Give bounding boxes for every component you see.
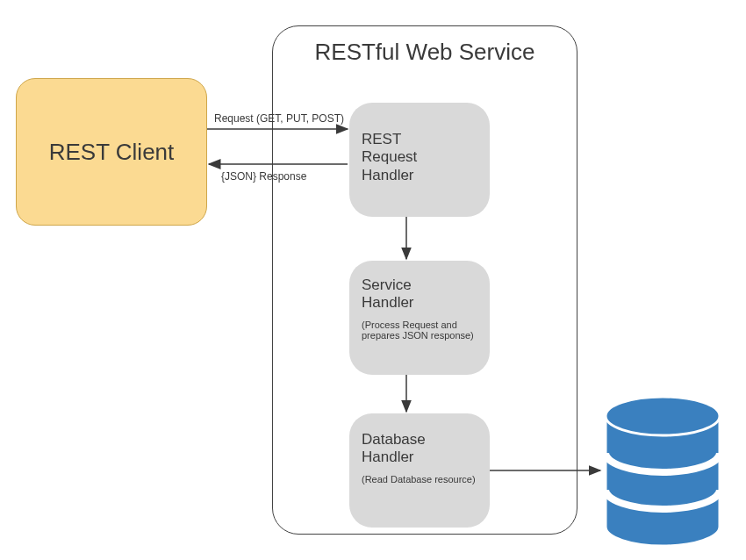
rest-architecture-diagram: REST Client RESTful Web Service REST Req… — [0, 0, 746, 560]
arrow-req-to-svc — [400, 217, 412, 261]
rest-client-label: REST Client — [49, 139, 175, 166]
service-handler-title-line1: Service — [362, 276, 477, 294]
svg-point-5 — [606, 397, 720, 435]
request-handler-box: REST Request Handler — [349, 103, 490, 217]
response-arrow — [207, 158, 349, 170]
response-arrow-label: {JSON} Response — [221, 170, 306, 183]
rest-client-box: REST Client — [16, 78, 207, 226]
request-arrow — [207, 123, 349, 135]
service-handler-title-line2: Handler — [362, 294, 477, 312]
service-handler-sub: (Process Request and prepares JSON respo… — [362, 319, 477, 341]
database-handler-sub: (Read Database resource) — [362, 474, 477, 485]
request-handler-title-line3: Handler — [362, 167, 477, 184]
request-handler-title-line2: Request — [362, 148, 477, 166]
request-handler-title-line1: REST — [362, 131, 477, 148]
service-title: RESTful Web Service — [273, 39, 577, 66]
database-icon — [601, 397, 724, 549]
arrow-svc-to-db — [400, 375, 412, 413]
service-handler-box: Service Handler (Process Request and pre… — [349, 261, 490, 375]
database-handler-title-line2: Handler — [362, 449, 477, 466]
arrow-db-to-database — [490, 464, 604, 477]
database-handler-title-line1: Database — [362, 431, 477, 449]
database-handler-box: Database Handler (Read Database resource… — [349, 413, 490, 528]
